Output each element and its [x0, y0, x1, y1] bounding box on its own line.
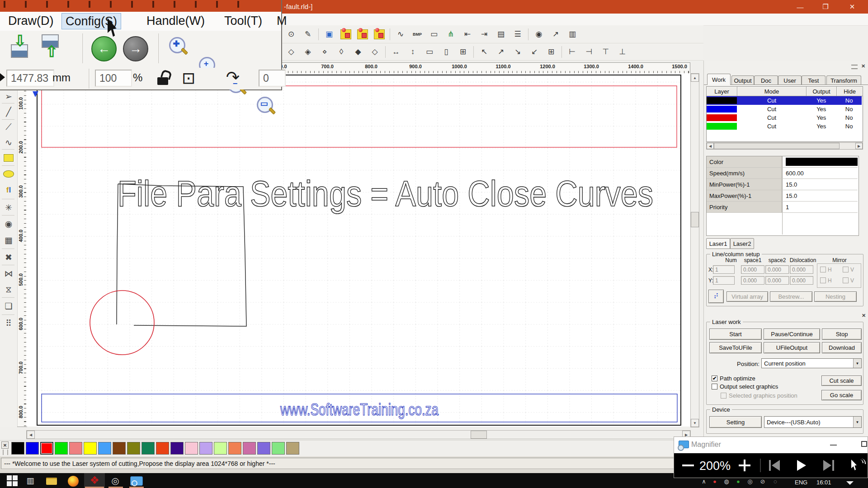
- align-top-icon[interactable]: ⊤: [599, 46, 612, 58]
- horizontal-scroll-thumb[interactable]: [471, 431, 487, 439]
- laser-mark-icon-2[interactable]: [356, 28, 369, 41]
- tab-work[interactable]: Work: [707, 74, 731, 85]
- layer-col-header[interactable]: Output: [807, 87, 837, 96]
- point-tool[interactable]: ✳: [1, 201, 16, 214]
- array-tool[interactable]: ⠿: [1, 316, 16, 330]
- layer-hide-cell[interactable]: No: [836, 113, 862, 122]
- tray-clock[interactable]: 16:01: [816, 479, 831, 486]
- tray-shield-icon[interactable]: ●: [734, 477, 742, 485]
- param-value[interactable]: [782, 156, 858, 167]
- palette-color-18[interactable]: [272, 442, 285, 455]
- layer-color-swatch[interactable]: [707, 123, 737, 130]
- layer-row[interactable]: CutYesNo: [707, 122, 862, 131]
- palette-color-2[interactable]: [40, 442, 53, 455]
- size-height-icon[interactable]: ↕: [406, 46, 419, 58]
- width-input[interactable]: 1477.83: [6, 70, 54, 87]
- align-center-icon[interactable]: ⊞: [545, 46, 557, 58]
- firefox-icon[interactable]: [68, 476, 79, 487]
- edit-corner-tool[interactable]: ❏: [1, 299, 16, 313]
- align-right-icon[interactable]: ⊣: [583, 46, 595, 58]
- layer-hide-cell[interactable]: No: [836, 96, 862, 105]
- magnifier-app-icon[interactable]: [130, 476, 143, 486]
- layer-hide-cell[interactable]: No: [836, 122, 862, 131]
- align-bottom-icon[interactable]: ⊥: [616, 46, 629, 58]
- node-edit-icon[interactable]: ⋔: [444, 28, 457, 41]
- layer-scroll-thumb[interactable]: [714, 143, 840, 149]
- undo-back-icon[interactable]: ←: [91, 36, 117, 61]
- tab-laser1[interactable]: Laser1: [706, 238, 730, 249]
- palette-color-9[interactable]: [142, 442, 155, 455]
- size-width-icon[interactable]: ↔: [390, 46, 402, 58]
- palette-color-17[interactable]: [257, 442, 270, 455]
- transform-diamond-icon-6[interactable]: ◇: [368, 46, 381, 58]
- mirror-v-x-checkbox[interactable]: [843, 267, 849, 272]
- layer-color-swatch[interactable]: [707, 106, 737, 113]
- stop-button[interactable]: Stop: [822, 328, 862, 340]
- layer-hide-cell[interactable]: No: [836, 105, 862, 113]
- align-topright-icon[interactable]: ↗: [495, 46, 507, 58]
- zoom-pan-icon[interactable]: ✚: [168, 37, 188, 57]
- transform-diamond-icon-1[interactable]: ◇: [285, 46, 297, 58]
- start-button[interactable]: [5, 474, 19, 487]
- ufile-output-button[interactable]: UFileOutput: [764, 342, 820, 353]
- layer-row[interactable]: CutYesNo: [707, 113, 862, 122]
- rotate-angle-input[interactable]: 0: [259, 70, 286, 87]
- layer-col-header[interactable]: Layer: [707, 87, 737, 96]
- transform-diamond-icon-2[interactable]: ◈: [302, 46, 314, 58]
- transform-diamond-icon-3[interactable]: ⋄: [318, 46, 331, 58]
- layer-table-scrollbar[interactable]: ◀ ▶: [706, 142, 863, 150]
- pause-continue-button[interactable]: Pause/Continue: [764, 328, 820, 340]
- tab-transform[interactable]: Transform: [826, 75, 861, 85]
- vertical-scroll-thumb[interactable]: [691, 212, 699, 227]
- layer-output-cell[interactable]: Yes: [806, 96, 836, 105]
- scroll-down-icon[interactable]: ▼: [691, 419, 699, 427]
- bestrew-button[interactable]: Bestrew...: [770, 291, 812, 302]
- palette-close-icon[interactable]: ✕: [1, 441, 9, 449]
- select-tool[interactable]: ➢: [1, 89, 16, 103]
- scroll-left-icon[interactable]: ◀: [27, 431, 35, 439]
- menu-handle-w-[interactable]: Handle(W): [143, 13, 208, 28]
- x-space1-input[interactable]: 0.000: [741, 265, 764, 274]
- section-close-icon[interactable]: ✕: [862, 313, 866, 319]
- layer-mode-cell[interactable]: Cut: [737, 122, 807, 131]
- tray-hidden-icons-icon[interactable]: ∧: [700, 477, 708, 485]
- layer-output-cell[interactable]: Yes: [806, 113, 836, 122]
- palette-color-12[interactable]: [185, 442, 198, 455]
- vertical-scrollbar[interactable]: ▲ ▼: [690, 73, 699, 427]
- layer-mode-cell[interactable]: Cut: [737, 96, 807, 105]
- layer-col-header[interactable]: Mode: [737, 87, 807, 96]
- menu-tool-t-[interactable]: Tool(T): [221, 13, 266, 28]
- zoom-out-icon[interactable]: [682, 465, 694, 466]
- palette-color-14[interactable]: [214, 442, 227, 455]
- tray-record-icon[interactable]: ●: [711, 477, 719, 485]
- minimize-button[interactable]: —: [790, 0, 811, 14]
- save-to-ufile-button[interactable]: SaveToUFile: [709, 342, 762, 353]
- preview-display-icon[interactable]: ▣: [323, 28, 335, 41]
- start-button[interactable]: Start: [709, 328, 762, 340]
- transform-diamond-icon-4[interactable]: ◊: [335, 46, 348, 58]
- bezier-tool[interactable]: ∿: [1, 136, 16, 149]
- device-dropdown-icon[interactable]: ▼: [853, 417, 861, 427]
- export-image-icon[interactable]: ⇧: [42, 34, 59, 48]
- align-left-icon[interactable]: ⊢: [566, 46, 579, 58]
- x-num-input[interactable]: 1: [713, 265, 735, 274]
- tab-test[interactable]: Test: [802, 75, 826, 85]
- close-button[interactable]: ✕: [842, 0, 863, 14]
- x-dislocation-input[interactable]: 0.000: [790, 265, 813, 274]
- param-color-swatch[interactable]: [786, 158, 858, 166]
- delete-tool[interactable]: ✖: [1, 250, 16, 264]
- file-explorer-icon[interactable]: [46, 478, 57, 485]
- magnifier-maximize-icon[interactable]: [861, 441, 867, 447]
- projector-icon[interactable]: ◉: [533, 28, 545, 41]
- cut-scale-button[interactable]: Cut scale: [821, 375, 862, 386]
- h-space-icon[interactable]: ⇤: [461, 28, 474, 41]
- position-dropdown-icon[interactable]: ▼: [853, 359, 861, 368]
- mirror-h-y-checkbox[interactable]: [820, 277, 826, 283]
- layer-scroll-left-icon[interactable]: ◀: [707, 143, 714, 149]
- device-setting-button[interactable]: Setting: [709, 416, 762, 428]
- task-view-icon[interactable]: ▥: [24, 474, 37, 487]
- size-equal-icon[interactable]: ⊞: [457, 46, 469, 58]
- horizontal-scrollbar[interactable]: ◀ ▶: [26, 430, 691, 439]
- transform-diamond-icon-5[interactable]: ◆: [352, 46, 364, 58]
- tab-laser2[interactable]: Laser2: [730, 238, 754, 249]
